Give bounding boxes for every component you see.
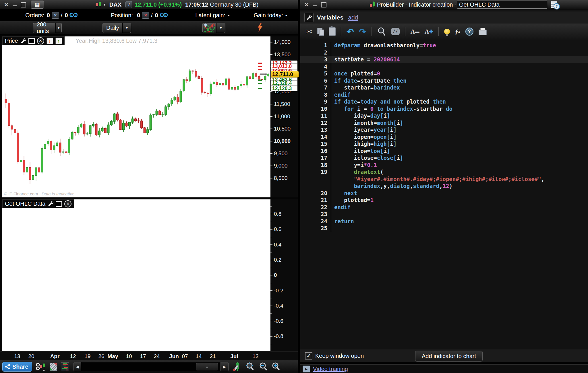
help-icon[interactable]: ?: [465, 28, 473, 36]
code-line[interactable]: 12 imonth=month[i]: [300, 119, 588, 127]
scroll-right-icon[interactable]: ▶: [220, 362, 229, 371]
code-line[interactable]: 11 iday=day[i]: [300, 112, 588, 119]
add-indicator-button[interactable]: Add indicator to chart: [415, 351, 483, 362]
indicator-axis[interactable]: 0.80.60.40.20-0.2-0.4-0.6-0.8: [270, 199, 298, 351]
code-line[interactable]: 17 iclose=close[i]: [300, 154, 588, 162]
clock-time: 17:05:12: [185, 1, 208, 8]
keep-window-open-checkbox[interactable]: ✓: [305, 352, 312, 360]
maximize-icon[interactable]: [21, 2, 26, 7]
chevron-down-icon[interactable]: ▼: [103, 3, 106, 7]
scroll-left-icon[interactable]: ◀: [74, 362, 82, 371]
share-button[interactable]: Share: [2, 362, 32, 372]
keep-window-open-label: Keep window open: [315, 353, 364, 359]
news-notes-icon[interactable]: [50, 363, 57, 371]
close-icon[interactable]: ✕: [304, 1, 309, 8]
scrollbar-thumb[interactable]: ≡: [196, 363, 218, 370]
hint-bulb-icon[interactable]: [444, 29, 450, 34]
code-line[interactable]: 22endif: [300, 204, 588, 211]
code-line[interactable]: 24return: [300, 218, 588, 225]
candle: [240, 84, 242, 86]
code-line[interactable]: 6if date=startDate then: [300, 77, 588, 84]
wrench-icon[interactable]: [48, 201, 53, 207]
lightning-icon[interactable]: [257, 23, 263, 33]
price-chart-panel[interactable]: Price ✕ ↓ ↑ Year:High 13,830.6 Low 7,971…: [2, 36, 270, 197]
code-line[interactable]: 13 iyear=year[i]: [300, 126, 588, 133]
redo-icon[interactable]: ↷: [359, 27, 366, 36]
code-line[interactable]: 9if date=today and not plotted then: [300, 98, 588, 105]
copy-icon[interactable]: [317, 28, 324, 35]
axis-tick: [270, 166, 272, 166]
orders-settings-icon[interactable]: ⚙⚙: [69, 12, 77, 19]
code-line[interactable]: 16 ilow=low[i]: [300, 147, 588, 155]
documentation-help-icon[interactable]: ?: [551, 1, 557, 8]
close-icon[interactable]: ✕: [4, 1, 9, 8]
symbol-label[interactable]: DAX: [109, 1, 121, 8]
paste-icon[interactable]: [329, 27, 336, 36]
code-line[interactable]: 14 iopen=open[i]: [300, 133, 588, 141]
zoom-out-icon[interactable]: [259, 362, 268, 371]
zoom-candle-tool-icon[interactable]: [233, 362, 241, 371]
code-line[interactable]: barindex,y,dialog,standard,12): [300, 182, 588, 190]
code-line[interactable]: 21 plotted=1: [300, 197, 588, 204]
candle: [141, 121, 143, 128]
window-icon[interactable]: [28, 38, 35, 44]
code-line[interactable]: 8endif: [300, 91, 588, 98]
video-training-link[interactable]: Video training: [313, 366, 348, 372]
minimize-icon[interactable]: [313, 5, 317, 6]
close-panel-icon[interactable]: ✕: [64, 200, 71, 207]
code-line[interactable]: 23: [300, 211, 588, 218]
font-increase-icon[interactable]: A✚: [425, 27, 433, 36]
indicators-button[interactable]: ▼: [202, 23, 225, 33]
code-line[interactable]: 5once plotted=0: [300, 70, 588, 77]
function-icon[interactable]: ƒx: [455, 27, 460, 36]
font-decrease-icon[interactable]: A▬: [411, 27, 419, 36]
chart-style-icon[interactable]: [36, 362, 46, 371]
print-icon[interactable]: [479, 30, 487, 35]
units-dropdown[interactable]: 200 units ▼: [33, 23, 62, 33]
code-line[interactable]: 25: [300, 225, 588, 232]
position-settings-icon[interactable]: ⚙⚙: [159, 12, 167, 19]
scrollbar-track[interactable]: ≡: [81, 362, 220, 371]
zoom-pan-icon[interactable]: [245, 362, 255, 372]
minimize-icon[interactable]: [13, 5, 17, 6]
export-down-icon[interactable]: ↓: [47, 38, 53, 44]
code-line[interactable]: 18 y=i*0.1: [300, 162, 588, 169]
orderbook-icon[interactable]: [61, 362, 69, 371]
code-line[interactable]: "#iyear#.#imonth#.#iday#;#iopen#;#ihigh#…: [300, 176, 588, 183]
undo-icon[interactable]: ↶: [347, 27, 354, 36]
maximize-icon[interactable]: [321, 2, 326, 7]
code-line[interactable]: 20 next: [300, 190, 588, 197]
export-up-icon[interactable]: ↑: [55, 38, 62, 44]
candle: [201, 79, 203, 92]
timeframe-dropdown[interactable]: Daily ▼: [102, 23, 131, 33]
add-variable-link[interactable]: add: [348, 14, 358, 21]
wrench-icon[interactable]: [20, 38, 26, 44]
code-line[interactable]: 4: [300, 63, 588, 70]
info-icon[interactable]: i: [125, 1, 132, 8]
candlestick-chart[interactable]: [2, 36, 270, 197]
cancel-orders-icon[interactable]: ✕: [52, 12, 59, 19]
code-line[interactable]: 19 drawtext(: [300, 168, 588, 176]
code-editor[interactable]: 1defparam drawonlastbaronly=true23startD…: [300, 40, 588, 351]
close-position-icon[interactable]: ✕: [142, 12, 149, 19]
price-axis[interactable]: 14,00013,50013,00012,50012,00011,50011,0…: [270, 36, 298, 197]
keyboard-icon[interactable]: ▦: [31, 1, 44, 9]
close-panel-icon[interactable]: ✕: [37, 37, 44, 44]
code-line[interactable]: 1defparam drawonlastbaronly=true: [300, 42, 588, 49]
horizontal-scrollbar[interactable]: ◀ ≡ ▶: [74, 362, 229, 371]
code-line[interactable]: 10 for i = 0 to barindex-startbar do: [300, 105, 588, 112]
wrench-icon[interactable]: [304, 13, 314, 22]
comment-icon[interactable]: //: [391, 28, 400, 35]
window-icon[interactable]: [56, 201, 62, 207]
code-line[interactable]: 15 ihigh=high[i]: [300, 140, 588, 147]
indicator-name-input[interactable]: [457, 1, 547, 9]
code-line[interactable]: 7 startbar=barindex: [300, 84, 588, 91]
cut-icon[interactable]: ✂: [305, 27, 312, 36]
search-icon[interactable]: [377, 27, 386, 36]
indicator-panel[interactable]: Get OHLC Data ✕: [2, 199, 270, 351]
date-axis[interactable]: 1320Apr121926May101724Jun071421Jul12: [0, 351, 298, 361]
code-line[interactable]: 2: [300, 49, 588, 56]
code-line[interactable]: 3startDate = 20200614: [300, 56, 588, 63]
zoom-in-icon[interactable]: [272, 362, 280, 371]
position-label: Position:: [111, 12, 133, 19]
